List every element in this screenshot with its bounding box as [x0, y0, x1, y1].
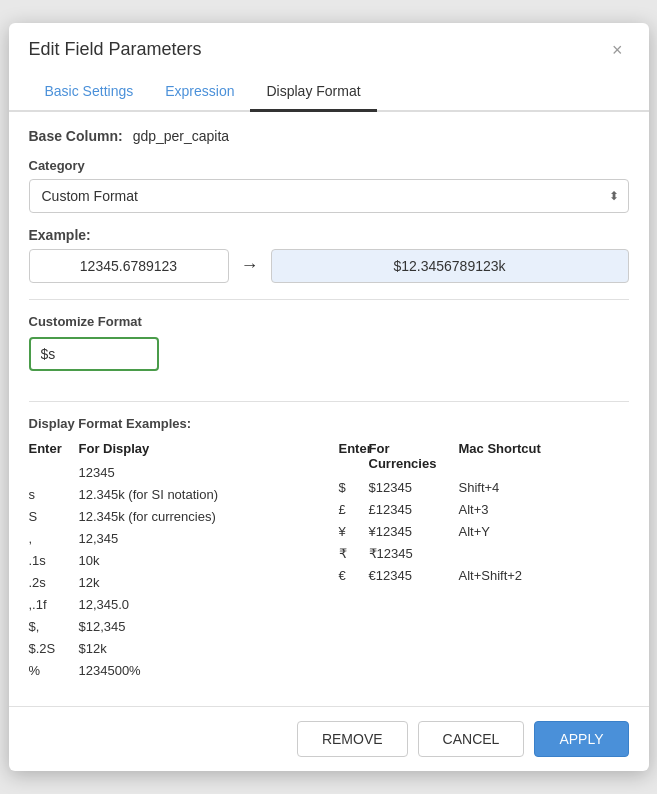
- left-header-enter: Enter: [29, 441, 79, 456]
- base-column-value: gdp_per_capita: [133, 128, 230, 144]
- apply-button[interactable]: APPLY: [534, 721, 628, 757]
- dialog-header: Edit Field Parameters ×: [9, 23, 649, 61]
- dialog-body: Base Column: gdp_per_capita Category Cus…: [9, 112, 649, 699]
- tab-bar: Basic Settings Expression Display Format: [9, 73, 649, 112]
- table-row: S 12.345k (for currencies): [29, 506, 309, 528]
- example-result: $12.3456789123k: [271, 249, 629, 283]
- remove-button[interactable]: REMOVE: [297, 721, 408, 757]
- table-row: ,.1f 12,345.0: [29, 594, 309, 616]
- table-row: € €12345 Alt+Shift+2: [339, 565, 609, 587]
- right-header-enter: Enter: [339, 441, 369, 471]
- right-header-mac: Mac Shortcut: [459, 441, 609, 471]
- display-format-examples-title: Display Format Examples:: [29, 416, 629, 431]
- divider2: [29, 401, 629, 402]
- arrow-icon: →: [241, 255, 259, 276]
- category-select[interactable]: Custom Format Number Currency Percentage…: [29, 179, 629, 213]
- table-row: .1s 10k: [29, 550, 309, 572]
- table-row: ¥ ¥12345 Alt+Y: [339, 521, 609, 543]
- tab-expression[interactable]: Expression: [149, 73, 250, 112]
- example-input[interactable]: [29, 249, 229, 283]
- table-row: £ £12345 Alt+3: [339, 499, 609, 521]
- example-row: → $12.3456789123k: [29, 249, 629, 283]
- right-header-currencies: For Currencies: [369, 441, 459, 471]
- table-row: .2s 12k: [29, 572, 309, 594]
- left-header-row: Enter For Display: [29, 441, 309, 456]
- tab-display-format[interactable]: Display Format: [250, 73, 376, 112]
- table-row: $.2S $12k: [29, 638, 309, 660]
- examples-right-col: Enter For Currencies Mac Shortcut $ $123…: [329, 441, 629, 683]
- table-row: $ $12345 Shift+4: [339, 477, 609, 499]
- divider: [29, 299, 629, 300]
- table-row: % 1234500%: [29, 660, 309, 682]
- display-format-examples: Display Format Examples: Enter For Displ…: [29, 416, 629, 683]
- dialog-title: Edit Field Parameters: [29, 39, 202, 60]
- example-label: Example:: [29, 227, 629, 243]
- examples-grid: Enter For Display 12345 s 12.345k (for S…: [29, 441, 629, 683]
- customize-format-label: Customize Format: [29, 314, 629, 329]
- category-select-wrapper: Custom Format Number Currency Percentage…: [29, 179, 629, 213]
- customize-format-input[interactable]: [29, 337, 159, 371]
- cancel-button[interactable]: CANCEL: [418, 721, 525, 757]
- table-row: s 12.345k (for SI notation): [29, 484, 309, 506]
- base-column-label: Base Column:: [29, 128, 123, 144]
- table-row: , 12,345: [29, 528, 309, 550]
- close-button[interactable]: ×: [606, 39, 629, 61]
- left-header-display: For Display: [79, 441, 309, 456]
- table-row: ₹ ₹12345: [339, 543, 609, 565]
- table-row: $, $12,345: [29, 616, 309, 638]
- category-label: Category: [29, 158, 629, 173]
- examples-left-col: Enter For Display 12345 s 12.345k (for S…: [29, 441, 329, 683]
- base-column-row: Base Column: gdp_per_capita: [29, 128, 629, 144]
- table-row: 12345: [29, 462, 309, 484]
- dialog-footer: REMOVE CANCEL APPLY: [9, 706, 649, 771]
- edit-field-parameters-dialog: Edit Field Parameters × Basic Settings E…: [9, 23, 649, 772]
- tab-basic-settings[interactable]: Basic Settings: [29, 73, 150, 112]
- right-header-row: Enter For Currencies Mac Shortcut: [339, 441, 609, 471]
